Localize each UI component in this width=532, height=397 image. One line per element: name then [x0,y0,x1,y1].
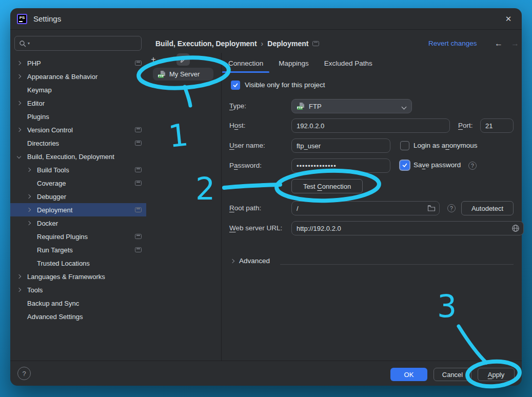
sidebar-item-label: Languages & Frameworks [27,273,105,281]
sidebar-item-build-tools[interactable]: Build Tools [10,163,146,176]
cancel-button[interactable]: Cancel [434,368,471,381]
advanced-section-toggle[interactable]: Advanced [231,257,270,265]
web-server-url-label: Web server URL: [229,221,282,235]
sidebar-item-languages-frameworks[interactable]: Languages & Frameworks [10,270,146,283]
sidebar-item-backup-and-sync[interactable]: Backup and Sync [10,296,146,310]
autodetect-button[interactable]: Autodetect [461,201,514,215]
project-level-badge-icon [135,181,142,186]
chevron-down-icon [402,105,407,110]
chevron-right-icon[interactable] [27,168,31,172]
sidebar-item-coverage[interactable]: Coverage [10,176,146,190]
password-input[interactable] [291,158,390,173]
breadcrumb-item[interactable]: Build, Execution, Deployment [155,39,257,48]
web-server-url-input[interactable] [291,221,524,235]
sidebar-item-keymap[interactable]: Keymap [10,83,146,96]
root-path-help-icon[interactable]: ? [447,204,456,212]
sidebar-item-editor[interactable]: Editor [10,96,146,110]
apply-button[interactable]: Apply [478,368,515,381]
port-input[interactable] [480,118,514,133]
help-button[interactable]: ? [17,367,31,380]
folder-icon[interactable] [427,204,436,212]
sidebar-item-label: Build Tools [37,166,69,174]
chevron-right-icon[interactable] [27,208,31,212]
checkmark-icon [232,82,239,88]
sidebar-item-label: Version Control [27,126,73,134]
visible-only-checkbox[interactable] [231,81,240,90]
chevron-right-icon[interactable] [17,288,21,292]
sidebar-item-appearance-behavior[interactable]: Appearance & Behavior [10,70,146,83]
settings-search-box[interactable]: ▾ [14,36,142,51]
add-server-button[interactable]: + [148,54,159,65]
login-anonymous-checkbox[interactable] [400,141,409,150]
sidebar-item-deployment[interactable]: Deployment [10,203,146,216]
sidebar-item-php[interactable]: PHP [10,56,146,70]
sidebar-item-label: Build, Execution, Deployment [27,153,114,161]
sidebar-item-label: Coverage [37,180,66,187]
save-password-label: Save password [413,161,461,169]
sidebar-item-label: Run Targets [37,246,73,254]
back-arrow-icon[interactable]: ← [495,36,503,51]
settings-dialog: PS Settings ✕ ▾ Build, Execution, Deploy… [10,8,522,386]
tab-connection[interactable]: Connection [228,57,263,73]
close-icon[interactable]: ✕ [503,14,514,24]
tab-mappings[interactable]: Mappings [279,57,309,73]
web-server-url-field [291,221,524,235]
sidebar-item-plugins[interactable]: Plugins [10,110,146,123]
sidebar-item-build-execution-deployment[interactable]: Build, Execution, Deployment [10,150,146,163]
globe-icon[interactable] [511,224,520,232]
chevron-right-icon[interactable] [17,74,21,78]
ftp-server-icon: FTP [157,70,166,78]
chevron-right-icon[interactable] [17,101,21,105]
chevron-right-icon[interactable] [17,61,21,65]
breadcrumb-separator: › [261,39,264,48]
root-path-input[interactable] [291,201,440,215]
sidebar-item-trusted-locations[interactable]: Trusted Locations [10,256,146,270]
sidebar-item-label: Plugins [27,113,49,121]
advanced-label: Advanced [239,257,270,265]
search-icon [19,40,26,47]
save-password-help-icon[interactable]: ? [468,162,477,170]
revert-changes-link[interactable]: Revert changes [428,36,477,51]
search-input[interactable] [31,39,137,47]
deployment-tabs: Connection Mappings Excluded Paths [228,57,372,73]
host-input[interactable] [291,118,450,133]
sidebar-item-run-targets[interactable]: Run Targets [10,243,146,256]
edit-server-button[interactable] [176,53,190,66]
sidebar-item-required-plugins[interactable]: Required Plugins [10,230,146,243]
search-history-caret-icon[interactable]: ▾ [28,41,30,46]
window-title: Settings [33,14,61,23]
project-level-badge-icon [135,207,142,212]
chevron-right-icon[interactable] [27,221,31,225]
test-connection-button[interactable]: Test Connection [291,179,363,193]
port-label: Port: [458,118,473,133]
sidebar-item-label: Deployment [37,206,72,214]
advanced-separator [280,264,514,265]
user-name-input[interactable] [291,138,390,153]
sidebar-item-advanced-settings[interactable]: Advanced Settings [10,310,146,323]
remove-server-button[interactable]: − [162,54,173,65]
chevron-right-icon[interactable] [17,274,21,279]
save-password-checkbox[interactable] [400,161,409,170]
sidebar-item-docker[interactable]: Docker [10,216,146,230]
project-level-badge-icon [135,61,142,66]
ok-button[interactable]: OK [390,368,427,381]
type-dropdown[interactable]: FTP FTP [291,99,412,113]
desktop-background: PS Settings ✕ ▾ Build, Execution, Deploy… [0,0,532,397]
sidebar-item-debugger[interactable]: Debugger [10,190,146,203]
type-dropdown-value: FTP [309,103,322,110]
chevron-right-icon[interactable] [27,194,31,198]
sidebar-item-label: Backup and Sync [27,300,79,307]
chevron-down-icon[interactable] [17,154,21,158]
chevron-right-icon[interactable] [17,128,21,132]
server-item-label: My Server [169,70,200,78]
visible-only-label: Visible only for this project [245,81,325,89]
breadcrumb-item[interactable]: Deployment [267,39,308,48]
pencil-icon [180,56,187,63]
sidebar-item-tools[interactable]: Tools [10,283,146,296]
sidebar-item-directories[interactable]: Directories [10,136,146,150]
tab-excluded-paths[interactable]: Excluded Paths [324,57,372,73]
sidebar-item-label: Tools [27,286,43,294]
server-list-item-my-server[interactable]: FTP My Server [153,68,213,81]
sidebar-item-label: Required Plugins [37,233,88,241]
sidebar-item-version-control[interactable]: Version Control [10,123,146,136]
